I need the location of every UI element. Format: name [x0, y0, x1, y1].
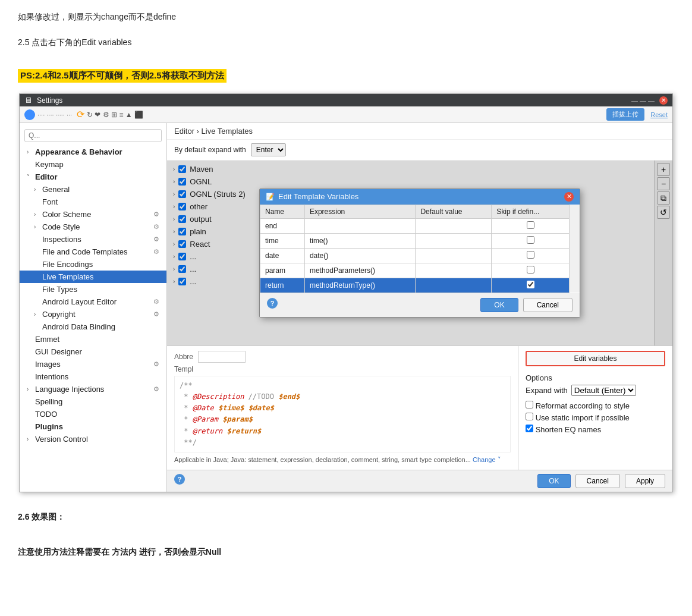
line2: 2.5 点击右下角的Edit variables	[18, 37, 674, 48]
sidebar-item-5[interactable]: ›Color Scheme⚙	[20, 208, 166, 221]
modal-scroll-0	[570, 218, 580, 233]
sidebar-settings-icon-7: ⚙	[153, 235, 159, 243]
sidebar-label-18: Intentions	[35, 372, 159, 381]
sidebar-item-22[interactable]: Plugins	[20, 420, 166, 433]
static-import-checkbox[interactable]	[526, 413, 533, 420]
options-expand-select[interactable]: Default (Enter)	[571, 385, 636, 396]
modal-cell-name-1: time	[260, 233, 305, 248]
modal-cell-name-0: end	[260, 218, 305, 233]
shorten-eq-label: Shorten EQ names	[536, 425, 602, 434]
modal-row-3[interactable]: parammethodParameters()	[260, 263, 580, 278]
sidebar-item-1[interactable]: Keymap	[20, 158, 166, 171]
modal-help-icon[interactable]: ?	[267, 298, 278, 309]
sidebar-item-13[interactable]: ›Copyright⚙	[20, 308, 166, 320]
modal-cell-default-0	[416, 218, 492, 233]
sidebar-item-19[interactable]: ›Language Injections⚙	[20, 383, 166, 395]
modal-close-button[interactable]: ✕	[564, 192, 574, 202]
sidebar-item-23[interactable]: ›Version Control	[20, 433, 166, 445]
static-import-label: Use static import if possible	[536, 413, 630, 422]
sidebar-item-9[interactable]: File Encodings	[20, 258, 166, 271]
shorten-eq-checkbox[interactable]	[526, 425, 533, 432]
sidebar-arrow-3: ›	[34, 186, 40, 193]
sidebar-item-17[interactable]: Images⚙	[20, 358, 166, 370]
applicable-row: Applicable in Java; Java: statement, exp…	[174, 456, 511, 464]
toolbar-icon-brand: ⟳	[77, 109, 84, 120]
sidebar-item-0[interactable]: ›Appearance & Behavior	[20, 146, 166, 158]
line1: 如果修改过，则显示为change而不是define	[18, 12, 674, 23]
reset-link[interactable]: Reset	[650, 111, 668, 118]
sidebar-item-20[interactable]: Spelling	[20, 395, 166, 408]
modal-skip-checkbox-1[interactable]	[527, 236, 534, 244]
cancel-button[interactable]: Cancel	[575, 474, 620, 488]
edit-variables-button[interactable]: Edit variables	[526, 351, 665, 366]
ok-button[interactable]: OK	[537, 474, 570, 488]
sidebar-label-14: Android Data Binding	[42, 322, 159, 331]
sidebar-item-6[interactable]: ›Code Style⚙	[20, 221, 166, 233]
modal-cancel-button[interactable]: Cancel	[523, 298, 573, 312]
sidebar-item-14[interactable]: Android Data Binding	[20, 320, 166, 333]
modal-cell-skip-3	[492, 263, 570, 278]
sidebar-item-18[interactable]: Intentions	[20, 370, 166, 383]
sidebar-item-3[interactable]: ›General	[20, 183, 166, 196]
modal-cell-skip-1	[492, 233, 570, 248]
help-icon[interactable]: ?	[174, 474, 185, 485]
sidebar-item-7[interactable]: Inspections⚙	[20, 233, 166, 246]
sidebar-item-10[interactable]: Live Templates	[20, 271, 166, 283]
sync-button[interactable]: 插拔上传	[606, 108, 644, 121]
sidebar-item-16[interactable]: GUI Designer	[20, 345, 166, 358]
sidebar-label-5: Color Scheme	[42, 210, 151, 219]
sidebar-item-8[interactable]: File and Code Templates⚙	[20, 246, 166, 258]
modal-skip-checkbox-4[interactable]	[527, 281, 534, 288]
sidebar-item-2[interactable]: ˅Editor	[20, 171, 166, 183]
sidebar-label-20: Spelling	[35, 397, 159, 406]
modal-cell-default-3	[416, 263, 492, 278]
modal-cell-expr-1: time()	[304, 233, 416, 248]
code-line-6: **/	[180, 437, 505, 448]
modal-cell-name-3: param	[260, 263, 305, 278]
code-line-3: * @Date $time$ $date$	[180, 403, 505, 414]
modal-scroll-4	[570, 278, 580, 293]
sidebar-arrow-0: ›	[27, 149, 33, 155]
modal-row-4[interactable]: returnmethodReturnType()	[260, 278, 580, 293]
modal-skip-checkbox-0[interactable]	[527, 221, 534, 229]
sidebar-label-9: File Encodings	[42, 260, 159, 269]
sidebar-label-4: Font	[42, 197, 159, 206]
modal-row-0[interactable]: end	[260, 218, 580, 233]
sidebar-label-8: File and Code Templates	[42, 247, 151, 256]
sidebar-item-21[interactable]: TODO	[20, 408, 166, 420]
expand-label: By default expand with	[174, 146, 246, 154]
sidebar-settings-icon-13: ⚙	[153, 310, 159, 318]
search-input[interactable]	[24, 129, 162, 142]
sidebar-label-13: Copyright	[42, 310, 151, 319]
sidebar-item-11[interactable]: File Types	[20, 283, 166, 296]
bottom-left: Abbre Templ /** * @Description //TODO $e…	[167, 346, 518, 470]
expand-select[interactable]: Enter	[251, 143, 286, 156]
sidebar-arrow-6: ›	[34, 224, 40, 230]
sidebar-item-15[interactable]: Emmet	[20, 333, 166, 345]
ide-window: 🖥 Settings — — — ✕ ···· ···· ····· ··· ⟳…	[19, 93, 673, 492]
sidebar-label-21: TODO	[35, 410, 159, 419]
modal-skip-checkbox-3[interactable]	[527, 266, 534, 274]
options-reformat-checkbox[interactable]: Reformat according to style	[526, 401, 665, 410]
abbr-input[interactable]	[198, 351, 246, 363]
close-button[interactable]: ✕	[659, 96, 668, 105]
modal-row-2[interactable]: datedate()	[260, 248, 580, 263]
sidebar-item-4[interactable]: Font	[20, 196, 166, 208]
applicable-change-link[interactable]: Change ˅	[473, 456, 501, 463]
options-static-import-checkbox[interactable]: Use static import if possible	[526, 413, 665, 422]
modal-cell-default-4	[416, 278, 492, 293]
settings-layout: ›Appearance & BehaviorKeymap˅Editor›Gene…	[20, 123, 672, 492]
modal-skip-checkbox-2[interactable]	[527, 251, 534, 259]
modal-cell-expr-3: methodParameters()	[304, 263, 416, 278]
sidebar-item-12[interactable]: Android Layout Editor⚙	[20, 296, 166, 308]
edit-variables-modal: 📝 Edit Template Variables ✕ Name Express…	[259, 188, 580, 318]
apply-button[interactable]: Apply	[625, 474, 665, 488]
sidebar-label-0: Appearance & Behavior	[35, 147, 159, 156]
modal-ok-button[interactable]: OK	[480, 298, 518, 312]
breadcrumb: Editor › Live Templates	[167, 123, 672, 140]
abbr-row: Abbre	[174, 351, 511, 363]
reformat-checkbox[interactable]	[526, 401, 533, 408]
bottom-right: Edit variables Options Expand with Defau…	[518, 346, 672, 470]
options-shorten-eq-checkbox[interactable]: Shorten EQ names	[526, 425, 665, 434]
modal-row-1[interactable]: timetime()	[260, 233, 580, 248]
